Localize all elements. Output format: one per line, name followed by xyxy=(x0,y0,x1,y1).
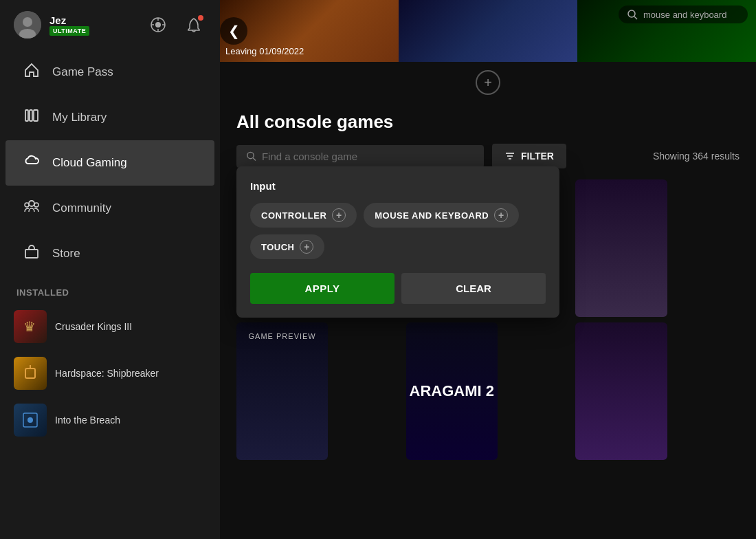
filter-chip-controller[interactable]: CONTROLLER + xyxy=(250,203,357,228)
svg-point-12 xyxy=(29,201,34,206)
sidebar-item-community[interactable]: Community xyxy=(5,186,214,231)
sidebar-item-label: My Library xyxy=(52,111,107,124)
chip-plus-icon: + xyxy=(332,208,346,222)
game-title: Crusader Kings III xyxy=(55,321,132,332)
avatar xyxy=(14,11,41,38)
sidebar: Jez ULTIMATE xyxy=(0,0,220,539)
content-area: All console games FILTER Showing 364 res… xyxy=(220,100,756,539)
banner-card-3[interactable] xyxy=(577,0,756,62)
game-card[interactable]: Game Preview xyxy=(236,322,328,460)
filter-actions: APPLY CLEAR xyxy=(250,273,546,304)
filter-button[interactable]: FILTER xyxy=(492,144,566,168)
top-banner: ❮ Leaving 01/09/2022 xyxy=(220,0,756,62)
sidebar-header: Jez ULTIMATE xyxy=(0,0,220,50)
home-icon xyxy=(22,62,41,82)
apply-button[interactable]: APPLY xyxy=(250,273,394,304)
plus-row: + xyxy=(220,62,756,100)
sidebar-item-label: Cloud Gaming xyxy=(52,156,127,170)
game-thumbnail xyxy=(14,404,47,437)
community-icon xyxy=(22,198,41,219)
store-icon xyxy=(22,243,41,264)
svg-line-24 xyxy=(253,158,256,161)
svg-line-22 xyxy=(634,16,637,19)
svg-point-4 xyxy=(155,22,161,28)
list-item[interactable]: Into the Breach xyxy=(0,397,220,443)
svg-point-23 xyxy=(247,152,254,158)
svg-point-20 xyxy=(27,417,33,423)
filter-options: CONTROLLER + MOUSE AND KEYBOARD + TOUCH … xyxy=(250,203,546,259)
header-icons xyxy=(146,12,206,37)
chevron-left-icon: ❮ xyxy=(228,23,240,39)
installed-section-label: Installed xyxy=(0,276,220,303)
list-item[interactable]: Hardspace: Shipbreaker xyxy=(0,350,220,397)
filter-bar: FILTER Showing 364 results xyxy=(236,144,740,168)
mouse-keyboard-label: MOUSE AND KEYBOARD xyxy=(375,210,489,221)
game-thumbnail xyxy=(14,357,47,390)
leaving-label: Leaving 01/09/2022 xyxy=(225,46,304,56)
svg-text:♛: ♛ xyxy=(23,319,36,334)
aragami-title: ARAGAMI 2 xyxy=(410,382,494,400)
banner-card-2[interactable] xyxy=(399,0,577,62)
search-box xyxy=(236,145,484,168)
user-info: Jez ULTIMATE xyxy=(49,14,89,36)
svg-point-14 xyxy=(34,203,38,207)
sidebar-item-game-pass[interactable]: Game Pass xyxy=(5,50,214,95)
game-preview-label: Game Preview xyxy=(249,332,316,340)
touch-label: TOUCH xyxy=(261,242,294,252)
svg-point-21 xyxy=(628,10,635,17)
controller-label: CONTROLLER xyxy=(261,210,326,221)
svg-rect-11 xyxy=(34,110,38,121)
user-name: Jez xyxy=(49,14,89,26)
results-count: Showing 364 results xyxy=(653,151,740,162)
xbox-button[interactable] xyxy=(146,12,170,37)
cloud-icon xyxy=(22,153,41,173)
filter-dropdown: Input CONTROLLER + MOUSE AND KEYBOARD + … xyxy=(236,166,559,318)
game-card[interactable] xyxy=(575,179,667,317)
clear-button[interactable]: CLEAR xyxy=(401,273,546,304)
add-button[interactable]: + xyxy=(476,70,500,95)
section-title: All console games xyxy=(236,111,740,133)
sidebar-item-store[interactable]: Store xyxy=(5,231,214,276)
game-card[interactable]: ARAGAMI 2 xyxy=(406,322,498,460)
filter-chip-touch[interactable]: TOUCH + xyxy=(250,234,324,259)
notification-dot xyxy=(198,15,203,21)
sidebar-item-label: Community xyxy=(52,201,111,215)
filter-dropdown-title: Input xyxy=(250,180,546,192)
search-icon xyxy=(246,151,256,162)
list-item[interactable]: ♛ Crusader Kings III xyxy=(0,303,220,350)
user-badge: ULTIMATE xyxy=(49,26,89,36)
svg-rect-9 xyxy=(25,110,28,121)
game-title: Hardspace: Shipbreaker xyxy=(55,368,159,379)
svg-point-1 xyxy=(23,17,32,27)
top-search-input[interactable] xyxy=(643,10,740,20)
svg-point-13 xyxy=(25,203,29,207)
search-icon xyxy=(627,9,638,20)
notifications-button[interactable] xyxy=(181,12,206,37)
game-thumbnail: ♛ xyxy=(14,310,47,343)
library-icon xyxy=(22,107,41,128)
main-content: ❮ Leaving 01/09/2022 + xyxy=(220,0,756,539)
game-title: Into the Breach xyxy=(55,415,120,426)
chip-plus-icon: + xyxy=(300,240,313,254)
sidebar-item-my-library[interactable]: My Library xyxy=(5,95,214,140)
sidebar-item-cloud-gaming[interactable]: Cloud Gaming xyxy=(5,140,214,186)
svg-rect-15 xyxy=(25,250,38,258)
filter-chip-mouse-keyboard[interactable]: MOUSE AND KEYBOARD + xyxy=(364,203,519,228)
svg-rect-17 xyxy=(25,368,35,378)
chip-plus-icon: + xyxy=(494,208,508,222)
game-search-input[interactable] xyxy=(262,151,474,162)
back-button[interactable]: ❮ xyxy=(220,17,247,45)
game-card[interactable] xyxy=(575,322,667,460)
sidebar-item-label: Game Pass xyxy=(52,65,113,79)
sidebar-item-label: Store xyxy=(52,247,80,261)
filter-icon xyxy=(504,151,515,162)
svg-rect-10 xyxy=(30,110,32,121)
filter-label: FILTER xyxy=(521,151,554,162)
search-top-right xyxy=(619,6,748,23)
